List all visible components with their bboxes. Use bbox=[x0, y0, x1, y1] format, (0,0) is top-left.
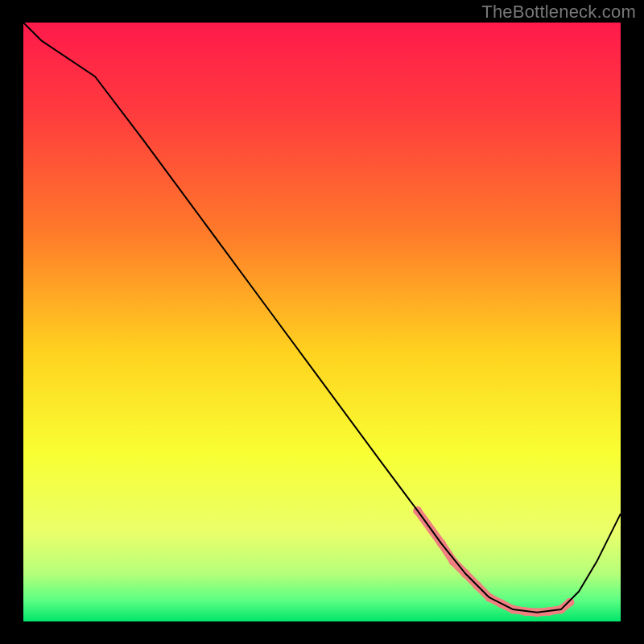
highlight-dot bbox=[565, 598, 574, 607]
plot-background bbox=[23, 23, 621, 621]
chart-canvas bbox=[0, 0, 644, 644]
chart-frame: TheBottleneck.com bbox=[0, 0, 644, 644]
